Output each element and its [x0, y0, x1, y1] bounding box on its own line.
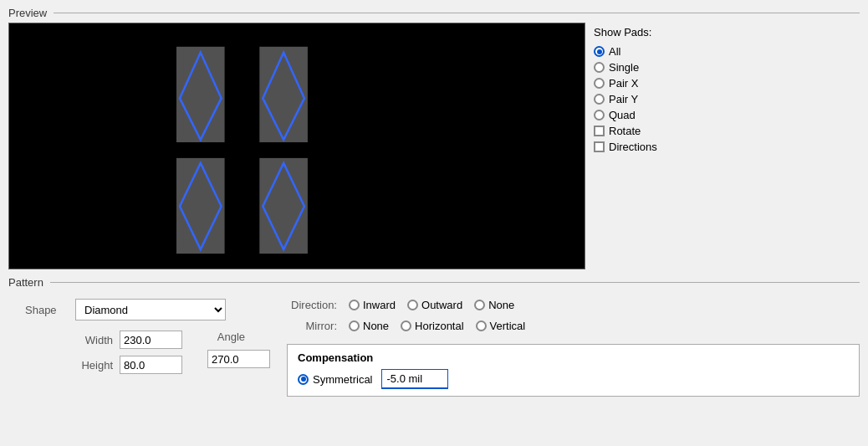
preview-divider [54, 13, 860, 13]
main-container: Preview [0, 0, 868, 446]
direction-none-radio [474, 300, 485, 310]
show-pads-directions-label: Directions [609, 141, 657, 153]
show-pads-quad[interactable]: Quad [594, 109, 686, 121]
rotate-checkbox [594, 126, 605, 136]
dim-group-left: Width Height [75, 331, 182, 374]
preview-canvas-area: Show Pads: All Single Pair X [8, 23, 860, 269]
show-pads-pairy[interactable]: Pair Y [594, 93, 686, 105]
shape-select[interactable]: Diamond Square Circle Rectangle Oval [75, 299, 226, 320]
width-label: Width [75, 334, 113, 346]
mirror-none[interactable]: None [349, 320, 389, 332]
compensation-row: Symmetrical [298, 369, 849, 389]
preview-title: Preview [8, 7, 47, 19]
pairx-radio-dot [594, 78, 605, 89]
single-radio-dot [594, 62, 605, 73]
svg-rect-0 [176, 47, 225, 142]
pattern-left: Shape Diamond Square Circle Rectangle Ov… [25, 299, 270, 397]
show-pads-quad-label: Quad [609, 109, 636, 121]
mirror-none-radio [349, 320, 360, 331]
shape-label: Shape [25, 304, 67, 316]
angle-value-item [207, 350, 270, 368]
show-pads-pairx[interactable]: Pair X [594, 77, 686, 90]
mirror-vertical-radio [476, 320, 487, 331]
pattern-right: Direction: Inward Outward None [287, 299, 860, 397]
show-pads-all[interactable]: All [594, 45, 686, 58]
height-label: Height [75, 359, 113, 372]
width-item: Width [75, 331, 182, 349]
show-pads-directions[interactable]: Directions [594, 141, 686, 153]
pattern-title: Pattern [8, 276, 43, 289]
direction-inward-label: Inward [363, 299, 396, 311]
compensation-title: Compensation [298, 351, 849, 364]
show-pads-single[interactable]: Single [594, 61, 686, 74]
svg-rect-6 [259, 158, 308, 254]
pattern-content: Shape Diamond Square Circle Rectangle Ov… [8, 292, 860, 397]
mirror-label: Mirror: [287, 320, 337, 332]
preview-section: Preview [8, 7, 860, 269]
symmetrical-radio-dot [298, 374, 309, 385]
svg-rect-2 [259, 47, 308, 142]
mirror-none-label: None [363, 320, 389, 332]
mirror-horizontal-label: Horizontal [415, 320, 464, 332]
directions-checkbox [594, 141, 605, 152]
height-item: Height [75, 356, 182, 374]
mirror-horizontal-radio [401, 320, 411, 331]
show-pads-all-label: All [609, 45, 620, 58]
symmetrical-label: Symmetrical [313, 373, 373, 386]
show-pads-rotate[interactable]: Rotate [594, 125, 686, 137]
pattern-divider [50, 282, 860, 283]
mirror-vertical-label: Vertical [490, 320, 526, 332]
direction-outward[interactable]: Outward [407, 299, 462, 311]
pairy-radio-dot [594, 94, 605, 105]
angle-label: Angle [207, 331, 245, 343]
compensation-value-input[interactable] [381, 369, 448, 389]
dim-group-right: Angle [207, 331, 270, 374]
svg-rect-4 [176, 158, 225, 254]
direction-inward[interactable]: Inward [349, 299, 396, 311]
pattern-section: Pattern Shape Diamond Square Circle Rect… [8, 276, 860, 439]
outward-radio [407, 300, 418, 310]
direction-none[interactable]: None [474, 299, 514, 311]
mirror-horizontal[interactable]: Horizontal [401, 320, 464, 332]
dimensions-row: Width Height Angle [25, 331, 270, 374]
preview-label-container: Preview [8, 7, 860, 269]
angle-input[interactable] [207, 350, 270, 368]
height-input[interactable] [120, 356, 182, 374]
show-pads-panel: Show Pads: All Single Pair X [594, 23, 686, 269]
show-pads-pairx-label: Pair X [609, 77, 638, 90]
preview-header: Preview [8, 7, 860, 19]
shape-row: Shape Diamond Square Circle Rectangle Ov… [25, 299, 270, 320]
angle-item: Angle [207, 331, 270, 343]
symmetrical-radio-label[interactable]: Symmetrical [298, 373, 373, 386]
direction-row: Direction: Inward Outward None [287, 299, 860, 311]
compensation-box: Compensation Symmetrical [287, 344, 860, 397]
preview-canvas [8, 23, 585, 269]
width-input[interactable] [120, 331, 182, 349]
mirror-vertical[interactable]: Vertical [476, 320, 526, 332]
show-pads-rotate-label: Rotate [609, 125, 641, 137]
show-pads-single-label: Single [609, 61, 639, 74]
direction-outward-label: Outward [421, 299, 462, 311]
mirror-row: Mirror: None Horizontal Vertical [287, 320, 860, 332]
inward-radio [349, 300, 360, 310]
quad-radio-dot [594, 110, 605, 120]
pattern-header: Pattern [8, 276, 860, 289]
show-pads-pairy-label: Pair Y [609, 93, 638, 105]
preview-svg [9, 23, 585, 269]
direction-label: Direction: [287, 299, 337, 311]
direction-none-label: None [488, 299, 514, 311]
all-radio-dot [594, 46, 605, 57]
show-pads-label: Show Pads: [594, 26, 686, 38]
